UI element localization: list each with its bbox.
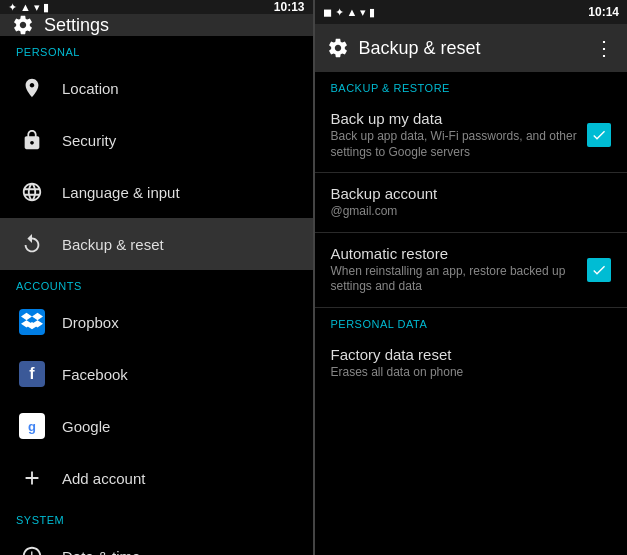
backup-my-data-checkbox[interactable] (587, 123, 611, 147)
wifi-icon: ▾ (34, 1, 40, 14)
section-system: SYSTEM (0, 504, 313, 530)
battery-icon-right: ▮ (369, 6, 375, 19)
datetime-label: Date & time (62, 548, 140, 556)
backup-gear-icon (327, 37, 349, 59)
backup-label: Backup & reset (62, 236, 164, 253)
factory-reset-content: Factory data reset Erases all data on ph… (331, 346, 612, 381)
security-label: Security (62, 132, 116, 149)
add-account-label: Add account (62, 470, 145, 487)
status-time-left: 10:13 (274, 0, 305, 14)
clock-icon (16, 540, 48, 555)
status-icons-right: ◼ ✦ ▲ ▾ ▮ (323, 6, 376, 19)
auto-restore-title: Automatic restore (331, 245, 588, 262)
sidebar-item-dropbox[interactable]: Dropbox (0, 296, 313, 348)
sidebar-item-backup[interactable]: Backup & reset (0, 218, 313, 270)
sidebar-item-google[interactable]: g Google (0, 400, 313, 452)
facebook-icon: f (16, 358, 48, 390)
status-time-right: 10:14 (588, 5, 619, 19)
toolbar-left: Settings (0, 14, 313, 36)
backup-my-data-subtitle: Back up app data, Wi-Fi passwords, and o… (331, 129, 588, 160)
sidebar-item-add-account[interactable]: Add account (0, 452, 313, 504)
settings-title: Settings (44, 15, 301, 36)
dropbox-label: Dropbox (62, 314, 119, 331)
sidebar-item-datetime[interactable]: Date & time (0, 530, 313, 555)
backup-account-item[interactable]: Backup account @gmail.com (315, 173, 628, 233)
backup-my-data-title: Back up my data (331, 110, 588, 127)
google-label: Google (62, 418, 110, 435)
auto-restore-subtitle: When reinstalling an app, restore backed… (331, 264, 588, 295)
battery-icon: ▮ (43, 1, 49, 14)
location-label: Location (62, 80, 119, 97)
factory-reset-title: Factory data reset (331, 346, 612, 363)
auto-restore-content: Automatic restore When reinstalling an a… (331, 245, 588, 295)
backup-my-data-item[interactable]: Back up my data Back up app data, Wi-Fi … (315, 98, 628, 173)
backup-account-subtitle: @gmail.com (331, 204, 612, 220)
add-account-icon (16, 462, 48, 494)
settings-gear-icon (12, 14, 34, 36)
factory-reset-subtitle: Erases all data on phone (331, 365, 612, 381)
section-personal-data: PERSONAL DATA (315, 308, 628, 334)
backup-account-content: Backup account @gmail.com (331, 185, 612, 220)
section-accounts: ACCOUNTS (0, 270, 313, 296)
sidebar-item-location[interactable]: Location (0, 62, 313, 114)
location-icon (16, 72, 48, 104)
status-bar-right: ◼ ✦ ▲ ▾ ▮ 10:14 (315, 0, 628, 24)
google-icon: g (16, 410, 48, 442)
signal-icon: ▲ (20, 1, 31, 13)
language-label: Language & input (62, 184, 180, 201)
backup-title: Backup & reset (359, 38, 585, 59)
auto-restore-item[interactable]: Automatic restore When reinstalling an a… (315, 233, 628, 308)
sidebar-item-facebook[interactable]: f Facebook (0, 348, 313, 400)
security-icon (16, 124, 48, 156)
toolbar-right: Backup & reset ⋮ (315, 24, 628, 72)
auto-restore-checkbox[interactable] (587, 258, 611, 282)
signal-icon-right: ▲ (347, 6, 358, 18)
backup-status-icon: ◼ (323, 6, 332, 19)
section-backup-restore: BACKUP & RESTORE (315, 72, 628, 98)
backup-account-title: Backup account (331, 185, 612, 202)
language-icon (16, 176, 48, 208)
sidebar-item-language[interactable]: Language & input (0, 166, 313, 218)
section-personal: PERSONAL (0, 36, 313, 62)
status-bar-left: ✦ ▲ ▾ ▮ 10:13 (0, 0, 313, 14)
factory-reset-item[interactable]: Factory data reset Erases all data on ph… (315, 334, 628, 393)
facebook-label: Facebook (62, 366, 128, 383)
overflow-menu-icon[interactable]: ⋮ (594, 38, 615, 58)
sidebar-item-security[interactable]: Security (0, 114, 313, 166)
bluetooth-icon: ✦ (8, 1, 17, 14)
wifi-icon-right: ▾ (360, 6, 366, 19)
backup-icon (16, 228, 48, 260)
bluetooth-icon-right: ✦ (335, 6, 344, 19)
backup-my-data-content: Back up my data Back up app data, Wi-Fi … (331, 110, 588, 160)
status-icons-left: ✦ ▲ ▾ ▮ (8, 1, 49, 14)
dropbox-icon (16, 306, 48, 338)
